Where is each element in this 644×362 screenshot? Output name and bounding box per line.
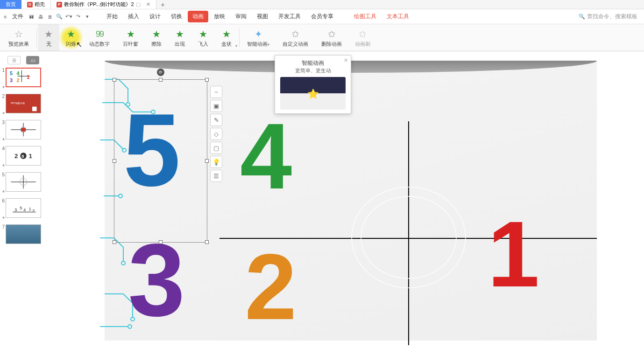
delete-anim-label: 删除动画 bbox=[321, 41, 342, 48]
resize-handle[interactable] bbox=[113, 78, 116, 82]
slide-thumb-3[interactable]: 3★ bbox=[0, 120, 47, 141]
slide-thumb-6[interactable]: 6★ 35412 bbox=[0, 198, 47, 220]
anim-flyin-button[interactable]: ★ 飞入 bbox=[191, 24, 215, 51]
tooltip-subtitle: 更简单、更生动 bbox=[279, 67, 347, 74]
smart-animation-button[interactable]: ✦ 智能动画▾ bbox=[241, 24, 276, 51]
anim-box-button[interactable]: ★ 盒状 ▾ bbox=[215, 24, 238, 51]
star-icon: ★ bbox=[152, 28, 161, 40]
anim-dynamic-number-button[interactable]: 99 动态数字 bbox=[83, 24, 116, 51]
slide-thumb-5[interactable]: 5★ bbox=[0, 172, 47, 194]
star-icon: ★ bbox=[176, 28, 184, 40]
view-toggle-group: ☰ ▭ bbox=[7, 56, 39, 64]
svg-text:PPT标题示例: PPT标题示例 bbox=[11, 102, 24, 104]
resize-handle[interactable] bbox=[205, 78, 209, 82]
resize-handle[interactable] bbox=[113, 240, 116, 244]
menu-animation[interactable]: 动画 bbox=[188, 11, 208, 22]
document-tab[interactable]: P 教你制作《PP...倒计时功能》2 ▢ ✕ bbox=[51, 0, 156, 9]
slide-thumb-7[interactable]: 7 bbox=[0, 224, 47, 244]
dynamic-number-icon: 99 bbox=[96, 29, 103, 39]
menu-devtools[interactable]: 开发工具 bbox=[274, 11, 305, 22]
preview-label: 预览效果 bbox=[8, 41, 29, 48]
menu-transition[interactable]: 切换 bbox=[166, 11, 187, 22]
resize-handle[interactable] bbox=[159, 78, 163, 82]
resize-handle[interactable] bbox=[205, 159, 209, 163]
file-menu[interactable]: 文件 bbox=[9, 12, 26, 21]
menu-start[interactable]: 开始 bbox=[102, 11, 122, 22]
slide-thumb-4[interactable]: 4★ 281 bbox=[0, 146, 47, 167]
number-2[interactable]: 2 bbox=[245, 233, 297, 341]
home-tab[interactable]: 首页 bbox=[0, 0, 21, 9]
svg-text:2: 2 bbox=[14, 153, 18, 160]
slide-thumb-2[interactable]: 2★ PPT标题示例 bbox=[0, 94, 47, 115]
layers-icon[interactable]: ▣ bbox=[210, 100, 222, 112]
outline-view-button[interactable]: ☰ bbox=[7, 56, 21, 64]
zoom-icon[interactable]: 🔍 bbox=[55, 13, 64, 21]
resize-handle[interactable] bbox=[113, 159, 116, 163]
anim-blinds-label: 百叶窗 bbox=[123, 41, 138, 48]
new-tab-button[interactable]: + bbox=[156, 1, 170, 8]
more-anim-icon[interactable]: ▾ bbox=[235, 44, 237, 48]
anim-blink-label: 闪烁 bbox=[66, 41, 76, 48]
slide-thumbnail-panel: 1★ 54321 2★ PPT标题示例 3★ 4★ 281 5★ 6★ 3541… bbox=[0, 68, 47, 357]
anim-blinds-button[interactable]: ★ 百叶窗 bbox=[116, 24, 145, 51]
menu-review[interactable]: 审阅 bbox=[231, 11, 251, 22]
number-1[interactable]: 1 bbox=[488, 201, 539, 308]
svg-text:3: 3 bbox=[14, 207, 17, 212]
custom-animation-button[interactable]: ✩ 自定义动画 bbox=[276, 24, 315, 51]
save-icon[interactable]: 🖬 bbox=[27, 13, 35, 21]
menu-design[interactable]: 设计 bbox=[145, 11, 165, 22]
minus-icon[interactable]: − bbox=[210, 86, 222, 98]
star-icon: ★ bbox=[222, 28, 231, 40]
list-icon[interactable]: ☰ bbox=[210, 170, 222, 182]
menu-insert[interactable]: 插入 bbox=[123, 11, 144, 22]
anim-indicator-icon: ★ bbox=[2, 85, 5, 89]
sparkle-star-icon: ✦ bbox=[255, 28, 262, 40]
star-icon: ★ bbox=[44, 28, 53, 40]
preview-icon[interactable]: 🗎 bbox=[46, 13, 54, 21]
svg-rect-9 bbox=[32, 107, 37, 111]
menu-slideshow[interactable]: 放映 bbox=[209, 11, 230, 22]
ribbon-divider bbox=[36, 28, 37, 47]
anim-indicator-icon: ★ bbox=[2, 163, 5, 167]
number-4[interactable]: 4 bbox=[240, 103, 292, 210]
svg-text:8: 8 bbox=[21, 153, 24, 159]
star-icon: ★ bbox=[127, 28, 135, 40]
anim-indicator-icon: ★ bbox=[2, 111, 5, 115]
docer-label: 稻壳 bbox=[35, 1, 45, 8]
menu-member[interactable]: 会员专享 bbox=[306, 11, 338, 22]
close-icon[interactable]: ✕ bbox=[344, 57, 348, 63]
command-search[interactable]: 查找命令、搜索模板 bbox=[579, 13, 637, 21]
svg-text:3: 3 bbox=[10, 77, 13, 83]
custom-anim-label: 自定义动画 bbox=[283, 41, 308, 48]
svg-text:2: 2 bbox=[32, 208, 35, 213]
undo-icon[interactable]: ↶▾ bbox=[64, 13, 73, 21]
anim-blink-button[interactable]: ★ 闪烁 bbox=[59, 24, 83, 51]
print-icon[interactable]: 🖶 bbox=[36, 13, 45, 21]
menu-view[interactable]: 视图 bbox=[252, 11, 273, 22]
redo-icon[interactable]: ↷ bbox=[74, 13, 82, 21]
close-tab-icon[interactable]: ✕ bbox=[146, 1, 150, 7]
pencil-icon[interactable]: ✎ bbox=[210, 114, 222, 126]
anim-appear-button[interactable]: ★ 出现 bbox=[168, 24, 191, 51]
resize-handle[interactable] bbox=[205, 240, 209, 244]
selection-box[interactable]: ⟳ bbox=[114, 79, 207, 243]
docer-tab[interactable]: D 稻壳 bbox=[21, 0, 51, 9]
anim-dynnum-label: 动态数字 bbox=[89, 41, 110, 48]
more-qa-icon[interactable]: ▾ bbox=[83, 13, 92, 21]
animation-brush-button: ✩ 动画刷 bbox=[348, 24, 377, 51]
anim-wipe-button[interactable]: ★ 擦除 bbox=[145, 24, 168, 51]
hamburger-icon[interactable]: ≡ bbox=[2, 13, 8, 21]
delete-animation-button[interactable]: ✩ 删除动画 bbox=[315, 24, 348, 51]
lightbulb-icon[interactable]: 💡 bbox=[210, 156, 222, 168]
rotate-handle[interactable]: ⟳ bbox=[157, 69, 164, 76]
thumbnail-view-button[interactable]: ▭ bbox=[26, 56, 39, 64]
diamond-icon[interactable]: ◇ bbox=[210, 128, 222, 140]
menu-drawing-tools[interactable]: 绘图工具 bbox=[349, 11, 381, 22]
resize-handle[interactable] bbox=[159, 240, 163, 244]
rectangle-icon[interactable]: ▢ bbox=[210, 142, 222, 154]
slide-thumb-1[interactable]: 1★ 54321 bbox=[0, 68, 47, 89]
anim-none-button[interactable]: ★ 无 bbox=[38, 24, 59, 51]
preview-effect-button[interactable]: ☆ 预览效果 bbox=[2, 24, 35, 51]
search-placeholder: 查找命令、搜索模板 bbox=[587, 13, 637, 21]
menu-text-tools[interactable]: 文本工具 bbox=[382, 11, 414, 22]
